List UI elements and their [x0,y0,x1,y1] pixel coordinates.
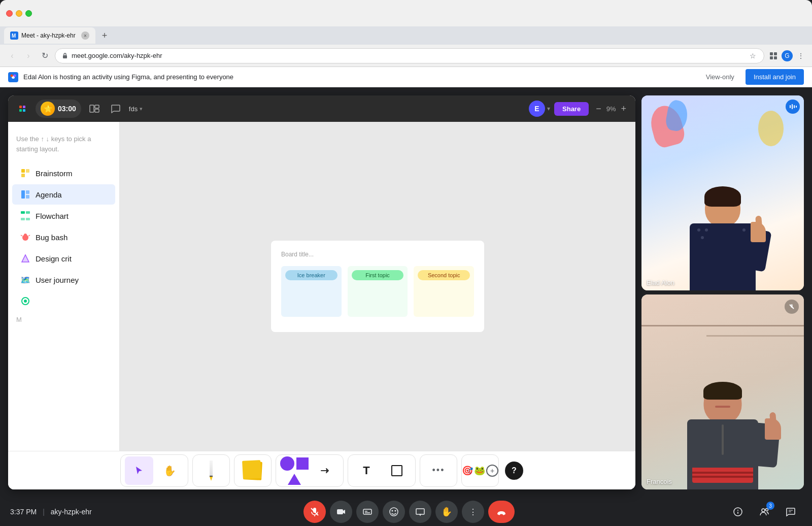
mute-button[interactable] [303,501,326,523]
frame-tool-button[interactable] [383,456,411,485]
end-call-button[interactable] [488,501,515,523]
more-button[interactable]: ••• [424,456,453,485]
elad-video-content [641,95,804,290]
people-button[interactable]: 3 [753,501,775,523]
svg-rect-15 [90,105,94,112]
file-name[interactable]: fds ▾ [129,105,143,113]
francois-name-tag: Francois [647,478,672,485]
svg-rect-16 [95,105,99,108]
zoom-control: − 9% + [593,103,629,115]
layout-item-bug-bash[interactable]: Bug bash [12,227,115,247]
profile-icon[interactable]: G [782,50,793,61]
figma-timer[interactable]: ⭐ 03:00 [36,100,81,118]
figma-window: ⭐ 03:00 fds [8,95,635,489]
pencil-icon [210,461,213,481]
elad-name-tag: Elad Alon [647,279,674,286]
share-button[interactable]: Share [554,102,589,116]
info-button[interactable] [727,501,749,523]
layout-item-user-journey[interactable]: 🗺️ User journey [12,270,115,290]
elad-person [682,179,763,290]
omnibox[interactable]: meet.google.com/aky-hzpk-ehr ☆ [55,48,764,63]
menu-icon[interactable]: ⋮ [796,51,806,61]
emoji-button[interactable] [383,501,405,523]
elad-hand [751,222,771,247]
sticky-note-button[interactable] [239,456,267,485]
install-join-button[interactable]: Install and join [746,69,804,85]
video-tile-francois: Francois [641,294,804,489]
design-crit-icon [20,253,30,264]
bookmark-icon[interactable]: ☆ [748,51,758,61]
meet-controls: ✋ ⋮ [303,501,515,523]
col2-header: First topic [352,270,404,280]
elad-video-bg [641,95,804,290]
chat-button[interactable] [780,501,802,523]
active-tab[interactable]: M Meet - aky-hzpk-ehr × [4,27,95,44]
user-journey-icon: 🗺️ [20,275,30,285]
svg-rect-44 [363,509,371,514]
info-icon [733,507,743,517]
svg-point-54 [737,510,738,511]
francois-video-content [641,294,804,489]
shapes-tool-button[interactable] [280,456,309,485]
arrow-tool-button[interactable] [311,456,339,485]
zoom-out-button[interactable]: − [593,103,604,115]
text-icon: T [363,464,369,477]
minimize-button[interactable] [16,10,22,17]
meet-favicon: M [10,31,18,40]
muted-indicator [785,300,799,314]
francois-hair [703,382,742,400]
new-tab-button[interactable]: + [97,28,112,43]
captions-button[interactable] [356,501,379,523]
muted-mic-icon [789,304,795,310]
comment-button[interactable] [108,101,124,117]
more-icon: ••• [432,465,445,476]
svg-rect-43 [337,509,343,514]
elad-hair [704,186,741,207]
zoom-in-button[interactable]: + [618,103,629,115]
svg-rect-50 [416,509,424,514]
pen-tool-button[interactable] [197,456,225,485]
bug-bash-icon [20,232,30,242]
svg-rect-23 [26,195,29,199]
layout-item-agenda[interactable]: Agenda [12,184,115,205]
more-section: ••• [420,454,457,487]
refresh-button[interactable]: ↻ [39,50,51,62]
widgets-icon: 🎯 🐸 + [462,465,498,477]
extensions-icon[interactable] [768,51,779,61]
svg-rect-14 [23,109,25,112]
zoom-level: 9% [606,105,616,113]
more-options-button[interactable]: ⋮ [462,501,484,523]
cursor-tool-button[interactable] [125,456,153,485]
figma-canvas[interactable]: Board title... Ice breaker First topic S… [120,122,635,451]
sticky-note-icon [242,459,264,482]
view-only-button[interactable]: View-only [700,70,740,84]
maximize-button[interactable] [25,10,32,17]
layout-item-retro[interactable] [12,291,115,311]
active-speaker-indicator [786,100,800,114]
user-journey-label: User journey [36,276,79,284]
camera-button[interactable] [330,501,352,523]
forward-button[interactable]: › [22,50,35,62]
end-call-icon [496,506,507,517]
tab-close-button[interactable]: × [81,31,89,40]
francois-shirt [692,468,753,483]
figma-logo-button[interactable] [14,101,30,117]
hand-icon: ✋ [163,465,176,477]
figma-icon [10,74,17,81]
back-button[interactable]: ‹ [6,50,18,62]
layout-item-brainstorm[interactable]: Brainstorm [12,163,115,183]
svg-rect-35 [792,104,793,109]
timer-display: 03:00 [58,105,76,113]
text-tool-button[interactable]: T [352,456,381,485]
hand-tool-button[interactable]: ✋ [155,456,184,485]
help-button[interactable]: ? [505,462,523,480]
raise-hand-button[interactable]: ✋ [435,501,458,523]
present-button[interactable] [409,501,431,523]
layout-item-design-crit[interactable]: Design crit [12,248,115,269]
widgets-button[interactable]: 🎯 🐸 + [466,456,494,485]
cursor-icon [134,466,144,476]
close-button[interactable] [6,10,13,17]
layout-item-flowchart[interactable]: Flowchart [12,206,115,226]
view-mode-button[interactable] [86,101,103,117]
omnibox-icons: ☆ [748,51,758,61]
